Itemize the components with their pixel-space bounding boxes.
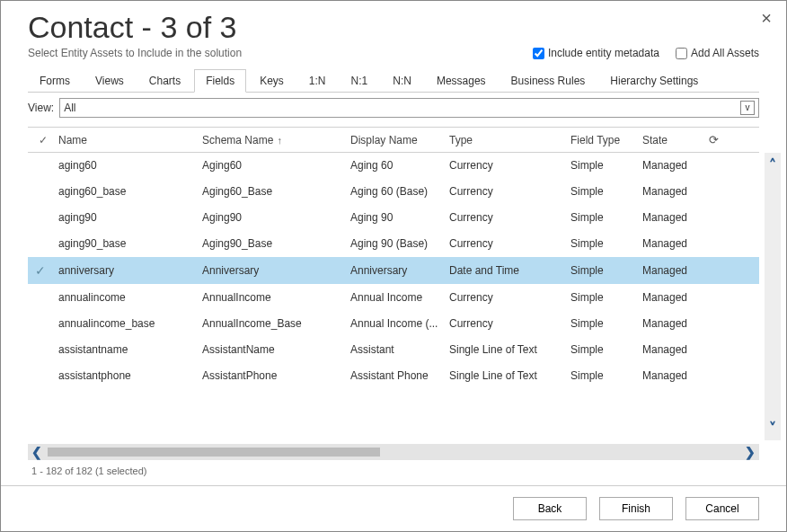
cell-state: Managed (642, 159, 705, 172)
cell-state: Managed (642, 343, 705, 356)
dialog-footer: Back Finish Cancel (1, 485, 786, 531)
cell-schema: Aging60 (202, 159, 350, 172)
include-metadata-checkbox[interactable]: Include entity metadata (533, 47, 659, 59)
cell-schema: Aging90_Base (202, 237, 350, 250)
table-row[interactable]: annualincome_baseAnnualIncome_BaseAnnual… (28, 311, 759, 337)
add-all-assets-input[interactable] (676, 48, 687, 59)
cell-display: Anniversary (350, 264, 449, 277)
cell-schema: Aging60_Base (202, 185, 350, 198)
cell-schema: Aging90 (202, 211, 350, 224)
cell-display: Aging 90 (Base) (350, 237, 449, 250)
cell-display: Aging 60 (350, 159, 449, 172)
view-label: View: (28, 102, 54, 114)
table-row[interactable]: aging90_baseAging90_BaseAging 90 (Base)C… (28, 231, 759, 257)
table-row[interactable]: aging60_baseAging60_BaseAging 60 (Base)C… (28, 179, 759, 205)
cell-type: Single Line of Text (449, 369, 570, 382)
tab-keys[interactable]: Keys (248, 69, 296, 93)
cell-state: Managed (642, 317, 705, 330)
cell-type: Currency (449, 185, 570, 198)
scroll-right-icon[interactable]: ❯ (745, 445, 756, 459)
col-state[interactable]: State (642, 134, 705, 146)
dialog-content: FormsViewsChartsFieldsKeys1:NN:1N:NMessa… (1, 63, 786, 480)
tab-n-1[interactable]: N:1 (340, 69, 380, 93)
finish-button[interactable]: Finish (599, 497, 673, 520)
tab-n-n[interactable]: N:N (381, 69, 423, 93)
col-fieldtype[interactable]: Field Type (570, 134, 642, 146)
table-row[interactable]: aging60Aging60Aging 60CurrencySimpleMana… (28, 153, 759, 179)
view-selector-row: View: All v (28, 98, 759, 118)
close-icon[interactable]: × (761, 8, 772, 29)
cancel-button[interactable]: Cancel (685, 497, 759, 520)
scroll-down-icon[interactable]: ˅ (769, 420, 776, 437)
back-button[interactable]: Back (513, 497, 587, 520)
cell-fieldtype: Simple (570, 343, 642, 356)
cell-name: aging60_base (58, 185, 202, 198)
cell-type: Date and Time (449, 264, 570, 277)
cell-type: Single Line of Text (449, 343, 570, 356)
tab-strip: FormsViewsChartsFieldsKeys1:NN:1N:NMessa… (28, 68, 759, 93)
cell-name: annualincome (58, 291, 202, 304)
cell-fieldtype: Simple (570, 264, 642, 277)
add-all-assets-checkbox[interactable]: Add All Assets (676, 47, 759, 59)
cell-display: Assistant Phone (350, 369, 449, 382)
cell-display: Aging 60 (Base) (350, 185, 449, 198)
cell-state: Managed (642, 369, 705, 382)
sort-asc-icon: ↑ (277, 135, 282, 146)
cell-name: anniversary (58, 264, 202, 277)
cell-schema: AssistantName (202, 343, 350, 356)
col-name[interactable]: Name (58, 134, 202, 146)
select-all-checkbox[interactable]: ✓ (28, 134, 58, 146)
scroll-up-icon[interactable]: ˄ (769, 156, 776, 173)
cell-type: Currency (449, 291, 570, 304)
cell-display: Aging 90 (350, 211, 449, 224)
cell-type: Currency (449, 159, 570, 172)
tab-forms[interactable]: Forms (28, 69, 82, 93)
tab-fields[interactable]: Fields (194, 69, 246, 93)
view-dropdown[interactable]: All v (59, 98, 759, 118)
tab-business-rules[interactable]: Business Rules (500, 69, 597, 93)
cell-schema: Anniversary (202, 264, 350, 277)
tab-1-n[interactable]: 1:N (297, 69, 338, 93)
cell-name: assistantname (58, 343, 202, 356)
cell-name: aging60 (58, 159, 202, 172)
grid-body[interactable]: aging60Aging60Aging 60CurrencySimpleMana… (28, 153, 759, 389)
cell-display: Annual Income (350, 291, 449, 304)
cell-schema: AnnualIncome (202, 291, 350, 304)
cell-state: Managed (642, 211, 705, 224)
tab-views[interactable]: Views (84, 69, 136, 93)
table-row[interactable]: assistantnameAssistantNameAssistantSingl… (28, 337, 759, 363)
tab-hierarchy-settings[interactable]: Hierarchy Settings (598, 69, 710, 93)
cell-name: annualincome_base (58, 317, 202, 330)
col-schema[interactable]: Schema Name↑ (202, 134, 350, 146)
grid-header-row: ✓ Name Schema Name↑ Display Name Type Fi… (28, 128, 759, 153)
refresh-icon[interactable]: ⟳ (705, 133, 721, 146)
table-row[interactable]: assistantphoneAssistantPhoneAssistant Ph… (28, 363, 759, 389)
cell-fieldtype: Simple (570, 159, 642, 172)
table-row[interactable]: annualincomeAnnualIncomeAnnual IncomeCur… (28, 285, 759, 311)
include-metadata-input[interactable] (533, 48, 544, 59)
grid-body-wrap: aging60Aging60Aging 60CurrencySimpleMana… (28, 153, 759, 440)
cell-name: assistantphone (58, 369, 202, 382)
cell-display: Annual Income (... (350, 317, 449, 330)
cell-schema: AssistantPhone (202, 369, 350, 382)
add-all-assets-label: Add All Assets (691, 47, 759, 59)
scroll-thumb[interactable] (48, 448, 739, 457)
chevron-down-icon: v (740, 101, 755, 115)
tab-messages[interactable]: Messages (425, 69, 498, 93)
col-display[interactable]: Display Name (350, 134, 449, 146)
vertical-scrollbar[interactable]: ˄ ˅ (765, 153, 781, 440)
grid: ✓ Name Schema Name↑ Display Name Type Fi… (28, 127, 759, 480)
header-options: Include entity metadata Add All Assets (533, 47, 759, 59)
cell-state: Managed (642, 237, 705, 250)
table-row[interactable]: ✓anniversaryAnniversaryAnniversaryDate a… (28, 257, 759, 285)
cell-type: Currency (449, 237, 570, 250)
cell-fieldtype: Simple (570, 237, 642, 250)
page-title: Contact - 3 of 3 (28, 10, 759, 45)
scroll-left-icon[interactable]: ❮ (31, 445, 42, 459)
row-checkbox[interactable]: ✓ (28, 263, 58, 278)
horizontal-scrollbar[interactable]: ❮ ❯ (28, 444, 759, 460)
tab-charts[interactable]: Charts (137, 69, 192, 93)
cell-state: Managed (642, 264, 705, 277)
col-type[interactable]: Type (449, 134, 570, 146)
table-row[interactable]: aging90Aging90Aging 90CurrencySimpleMana… (28, 205, 759, 231)
